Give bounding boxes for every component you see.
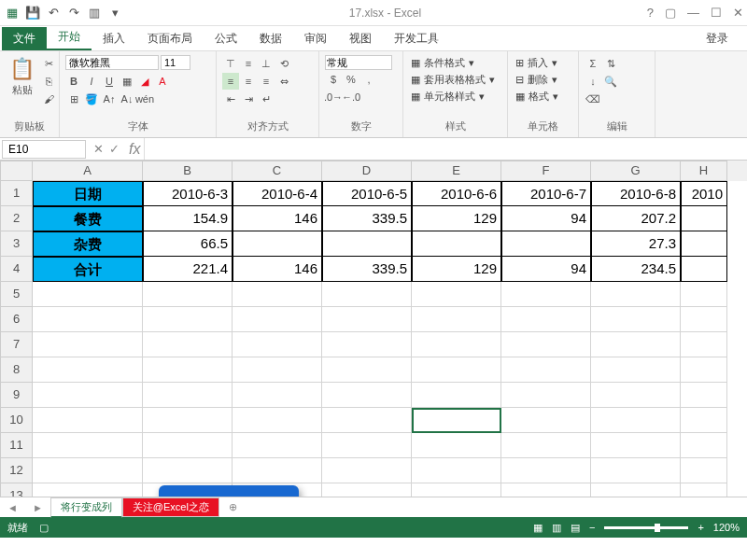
tab-data[interactable]: 数据: [248, 27, 293, 50]
ribbon-options-icon[interactable]: ▢: [665, 6, 676, 20]
close-icon[interactable]: ✕: [733, 6, 743, 20]
qat-icon[interactable]: ▥: [86, 5, 103, 21]
cell-H5[interactable]: [681, 282, 727, 307]
row-header-9[interactable]: 9: [0, 383, 33, 408]
clear-icon[interactable]: ⌫: [585, 91, 601, 107]
undo-icon[interactable]: ↶: [45, 5, 62, 21]
cell-C10[interactable]: [233, 408, 322, 433]
sheet-nav-prev-icon[interactable]: ◄: [0, 502, 25, 513]
add-sheet-icon[interactable]: ⊕: [219, 501, 247, 513]
cell-D1[interactable]: 2010-6-5: [322, 181, 412, 206]
cell-G6[interactable]: [591, 307, 681, 332]
currency-icon[interactable]: $: [325, 71, 342, 88]
align-middle-icon[interactable]: ≡: [240, 55, 257, 72]
row-header-7[interactable]: 7: [0, 332, 33, 357]
tab-formula[interactable]: 公式: [204, 27, 248, 50]
sheet-tab-1[interactable]: 将行变成列: [50, 497, 122, 518]
align-left-icon[interactable]: ≡: [222, 73, 239, 90]
cell-D7[interactable]: [322, 332, 412, 357]
row-header-4[interactable]: 4: [0, 257, 33, 282]
cell-B6[interactable]: [143, 307, 233, 332]
cell-E3[interactable]: [412, 231, 501, 257]
wrap-icon[interactable]: ↵: [258, 91, 275, 107]
tab-review[interactable]: 审阅: [293, 27, 338, 50]
cell-E1[interactable]: 2010-6-6: [412, 181, 501, 206]
decimal-inc-icon[interactable]: .0→: [325, 89, 342, 105]
phonetic-icon[interactable]: wén: [136, 91, 153, 107]
cell-F13[interactable]: [501, 483, 591, 497]
col-header-F[interactable]: F: [501, 161, 591, 181]
login-link[interactable]: 登录: [695, 27, 740, 50]
row-header-8[interactable]: 8: [0, 357, 33, 383]
cell-A12[interactable]: [33, 458, 143, 483]
cell-G10[interactable]: [591, 408, 681, 433]
cell-D11[interactable]: [322, 433, 412, 458]
format-cells-button[interactable]: ▦格式 ▾: [514, 89, 560, 105]
cell-E4[interactable]: 129: [412, 257, 501, 282]
cell-E9[interactable]: [412, 383, 501, 408]
cell-G12[interactable]: [591, 458, 681, 483]
cell-E7[interactable]: [412, 332, 501, 357]
cell-G11[interactable]: [591, 433, 681, 458]
cell-D13[interactable]: [322, 483, 412, 497]
font-size-input[interactable]: [161, 55, 190, 70]
cell-F10[interactable]: [501, 408, 591, 433]
indent-inc-icon[interactable]: ⇥: [240, 91, 257, 107]
cell-F7[interactable]: [501, 332, 591, 357]
copy-icon[interactable]: ⎘: [40, 73, 57, 90]
cell-H4[interactable]: [681, 257, 727, 282]
cell-C1[interactable]: 2010-6-4: [233, 181, 322, 206]
select-all-corner[interactable]: [0, 161, 33, 181]
cell-H12[interactable]: [681, 458, 727, 483]
cell-A3[interactable]: 杂费: [33, 231, 143, 257]
italic-icon[interactable]: I: [83, 73, 100, 90]
cell-F12[interactable]: [501, 458, 591, 483]
format-painter-icon[interactable]: 🖌: [40, 91, 57, 107]
cell-B7[interactable]: [143, 332, 233, 357]
paste-button[interactable]: 📋 粘贴: [6, 55, 38, 99]
minimize-icon[interactable]: —: [687, 6, 699, 20]
comma-icon[interactable]: ,: [360, 71, 377, 88]
cell-D12[interactable]: [322, 458, 412, 483]
cell-B4[interactable]: 221.4: [143, 257, 233, 282]
cell-A7[interactable]: [33, 332, 143, 357]
font-color-icon[interactable]: A: [154, 73, 171, 90]
bold-icon[interactable]: B: [65, 73, 82, 90]
merge-icon[interactable]: ⇔: [275, 73, 292, 90]
cell-B5[interactable]: [143, 282, 233, 307]
cell-H9[interactable]: [681, 383, 727, 408]
cut-icon[interactable]: ✂: [40, 55, 57, 72]
table-format-button[interactable]: ▦套用表格格式 ▾: [409, 72, 497, 88]
row-header-3[interactable]: 3: [0, 231, 33, 257]
cell-B11[interactable]: [143, 433, 233, 458]
cell-A8[interactable]: [33, 357, 143, 383]
cell-E13[interactable]: [412, 483, 501, 497]
cell-A6[interactable]: [33, 307, 143, 332]
border-icon[interactable]: ▦: [119, 73, 135, 90]
fill-color-icon[interactable]: ◢: [136, 73, 153, 90]
font-shrink-icon[interactable]: A↓: [119, 91, 135, 107]
fill-icon[interactable]: 🪣: [83, 91, 100, 107]
align-center-icon[interactable]: ≡: [240, 73, 257, 90]
indent-dec-icon[interactable]: ⇤: [222, 91, 239, 107]
cell-F5[interactable]: [501, 282, 591, 307]
cell-G4[interactable]: 234.5: [591, 257, 681, 282]
tab-file[interactable]: 文件: [2, 27, 47, 50]
cell-B8[interactable]: [143, 357, 233, 383]
cell-D5[interactable]: [322, 282, 412, 307]
cell-H8[interactable]: [681, 357, 727, 383]
cell-B12[interactable]: [143, 458, 233, 483]
cell-B10[interactable]: [143, 408, 233, 433]
tab-dev[interactable]: 开发工具: [383, 27, 450, 50]
delete-cells-button[interactable]: ⊟删除 ▾: [514, 72, 559, 88]
find-icon[interactable]: 🔍: [602, 73, 619, 90]
cell-C2[interactable]: 146: [233, 206, 322, 231]
cell-H2[interactable]: [681, 206, 727, 231]
qat-dropdown-icon[interactable]: ▾: [106, 5, 123, 21]
cell-A10[interactable]: [33, 408, 143, 433]
cell-H3[interactable]: [681, 231, 727, 257]
cell-D9[interactable]: [322, 383, 412, 408]
cell-D8[interactable]: [322, 357, 412, 383]
cell-C7[interactable]: [233, 332, 322, 357]
cell-A2[interactable]: 餐费: [33, 206, 143, 231]
